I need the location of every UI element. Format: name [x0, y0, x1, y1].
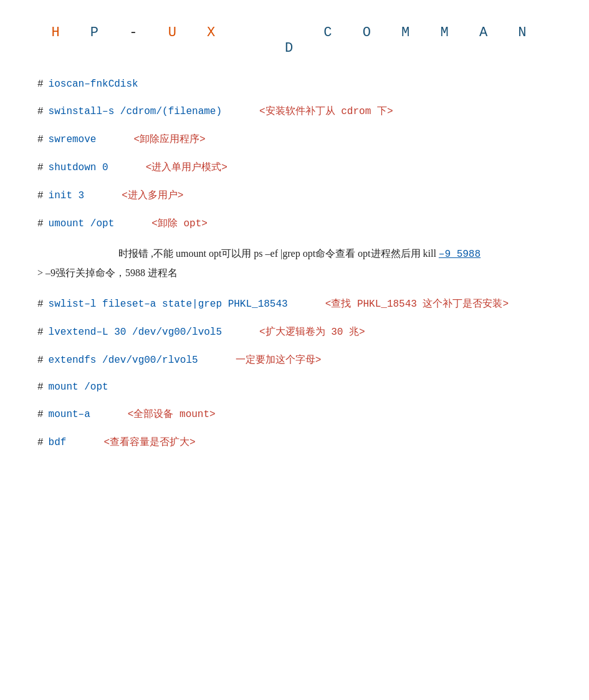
command-swinstall: # swinstall–s /cdrom/(filename) <安装软件补丁从… [37, 105, 552, 118]
prompt-ioscan: # [37, 79, 44, 90]
error-line2-text: > –9强行关掉命令，5988 进程名 [37, 267, 178, 278]
prompt-mount-a: # [37, 409, 44, 420]
comment-shutdown: <进入单用户模式> [146, 161, 227, 174]
comment-umount: <卸除 opt> [151, 217, 208, 230]
title-letter-d: D [285, 41, 304, 56]
prompt-bdf: # [37, 437, 44, 448]
command-shutdown: # shutdown 0 <进入单用户模式> [37, 161, 552, 174]
command-mount-opt: # mount /opt [37, 381, 552, 393]
title-dash: - [129, 25, 168, 41]
command-swremove: # swremove <卸除应用程序> [37, 133, 552, 146]
title-letter-m2: M [441, 25, 460, 41]
prompt-mount-opt: # [37, 381, 44, 393]
command-bdf: # bdf <查看容量是否扩大> [37, 436, 552, 449]
comment-lvextend: <扩大逻辑卷为 30 兆> [259, 325, 365, 338]
title-letter-u: U [168, 25, 188, 41]
command-lvextend: # lvextend–L 30 /dev/vg00/lvol5 <扩大逻辑卷为 … [37, 325, 552, 338]
command-umount: # umount /opt <卸除 opt> [37, 217, 552, 230]
title-letter-n: N [518, 25, 537, 41]
cmd-swlist: swlist–l fileset–a state|grep PHKL_18543 [49, 299, 288, 310]
title-letter-x: X [207, 25, 226, 41]
page-title: H P - U X C O M M A N D [37, 25, 552, 56]
command-swlist: # swlist–l fileset–a state|grep PHKL_185… [37, 297, 552, 310]
title-letter-p: P [90, 25, 110, 41]
prompt-init: # [37, 190, 44, 201]
prompt-shutdown: # [37, 162, 44, 173]
comment-bdf: <查看容量是否扩大> [103, 436, 195, 449]
command-mount-a: # mount–a <全部设备 mount> [37, 408, 552, 421]
error-block: 时报错 ,不能 umount opt可以用 ps –ef |grep opt命令… [37, 245, 552, 282]
comment-swlist: <查找 PHKL_18543 这个补丁是否安装> [325, 297, 509, 310]
comment-swinstall: <安装软件补丁从 cdrom 下> [259, 105, 393, 118]
comment-swremove: <卸除应用程序> [133, 133, 205, 146]
title-letter-o1: O [363, 25, 382, 41]
command-ioscan: # ioscan–fnkCdisk [37, 79, 552, 90]
prompt-swlist: # [37, 299, 44, 310]
prompt-swremove: # [37, 134, 44, 145]
kill-link[interactable]: –9 5988 [439, 249, 481, 260]
cmd-shutdown: shutdown 0 [49, 162, 108, 173]
title-letter-a: A [479, 25, 499, 41]
cmd-mount-opt: mount /opt [49, 381, 108, 393]
error-text-line2: > –9强行关掉命令，5988 进程名 [37, 264, 552, 282]
cmd-lvextend: lvextend–L 30 /dev/vg00/lvol5 [49, 327, 222, 338]
cmd-swinstall: swinstall–s /cdrom/(filename) [49, 106, 222, 117]
prompt-extendfs: # [37, 355, 44, 366]
cmd-bdf: bdf [49, 437, 67, 448]
cmd-extendfs: extendfs /dev/vg00/rlvol5 [49, 355, 198, 366]
command-extendfs: # extendfs /dev/vg00/rlvol5 一定要加这个字母> [37, 353, 552, 367]
comment-mount-a: <全部设备 mount> [128, 408, 216, 421]
error-intro: 时报错 ,不能 umount opt可以用 ps –ef |grep opt命令… [118, 248, 439, 259]
cmd-swremove: swremove [49, 134, 97, 145]
prompt-swinstall: # [37, 106, 44, 117]
title-letter-c: C [323, 25, 343, 41]
comment-extendfs: 一定要加这个字母> [236, 353, 322, 367]
cmd-init: init 3 [49, 190, 85, 201]
cmd-umount: umount /opt [49, 218, 115, 229]
prompt-lvextend: # [37, 327, 44, 338]
command-init: # init 3 <进入多用户> [37, 189, 552, 202]
cmd-mount-a: mount–a [49, 409, 90, 420]
title-letter-h: H [51, 25, 70, 41]
title-letter-m1: M [401, 25, 421, 41]
comment-init: <进入多用户> [122, 189, 183, 202]
error-text-line1: 时报错 ,不能 umount opt可以用 ps –ef |grep opt命令… [37, 245, 552, 263]
prompt-umount: # [37, 218, 44, 229]
cmd-ioscan: ioscan–fnkCdisk [49, 79, 138, 90]
